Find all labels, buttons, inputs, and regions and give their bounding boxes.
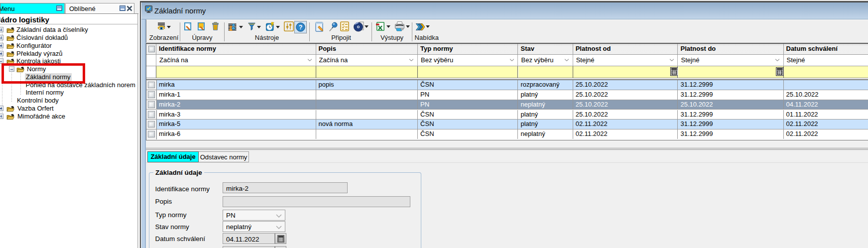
svg-text:?: ? [298,24,302,31]
